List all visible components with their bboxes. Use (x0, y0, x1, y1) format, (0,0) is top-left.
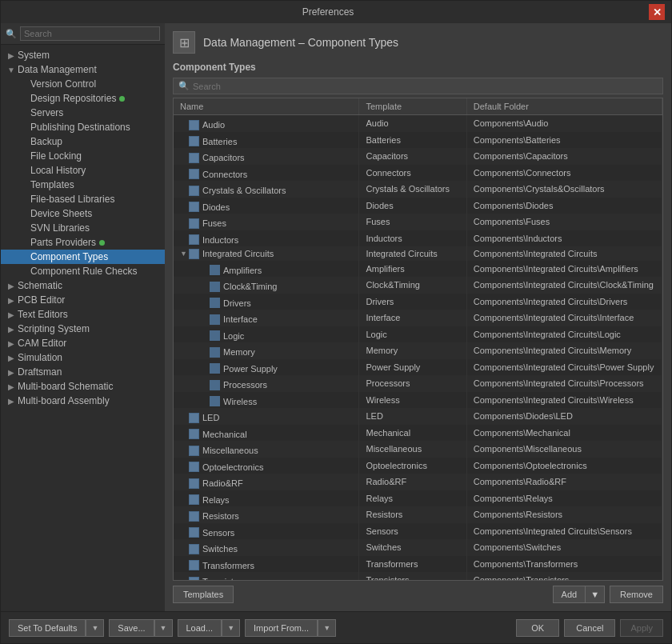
table-search-input[interactable] (193, 82, 658, 91)
sidebar-item-data-management[interactable]: ▼Data Management (1, 62, 165, 77)
cell-name: Switches (174, 539, 359, 556)
table-row[interactable]: Transformers TransformersComponents\Tran… (174, 556, 662, 573)
import-from-button[interactable]: Import From... (245, 619, 318, 637)
ok-button[interactable]: OK (516, 619, 559, 637)
row-name: Logic (223, 331, 244, 341)
cell-name: Audio (174, 115, 359, 132)
sidebar-item-multi-board-assembly[interactable]: ▶Multi-board Assembly (1, 394, 165, 408)
table-row[interactable]: Amplifiers AmplifiersComponents\Integrat… (174, 261, 662, 278)
row-name: Wireless (223, 397, 257, 406)
row-folder-icon (210, 298, 220, 308)
table-row[interactable]: Transistors TransistorsComponents\Transi… (174, 572, 662, 581)
row-name: Integrated Circuits (202, 249, 274, 258)
tree-arrow-system: ▶ (7, 51, 15, 60)
cancel-button[interactable]: Cancel (564, 619, 615, 637)
table-row[interactable]: Batteries BatteriesComponents\Batteries (174, 132, 662, 149)
sidebar-item-templates[interactable]: Templates (1, 178, 165, 192)
row-folder-icon (210, 330, 220, 341)
sidebar-item-schematic[interactable]: ▶Schematic (1, 278, 165, 293)
import-arrow-icon: ▼ (323, 624, 330, 632)
sidebar-item-component-rule-checks[interactable]: Component Rule Checks (1, 264, 165, 278)
table-row[interactable]: Relays RelaysComponents\Relays (174, 490, 662, 507)
table-row[interactable]: Diodes DiodesComponents\Diodes (174, 198, 662, 214)
row-folder-icon (189, 577, 199, 582)
set-to-defaults-button[interactable]: Set To Defaults (9, 619, 86, 637)
cell-folder: Components\Integrated Circuits (466, 246, 662, 261)
save-button[interactable]: Save... (109, 619, 154, 637)
sidebar-item-design-repositories[interactable]: Design Repositories (1, 91, 165, 106)
sidebar-item-cam-editor[interactable]: ▶CAM Editor (1, 336, 165, 350)
table-row[interactable]: Clock&Timing Clock&TimingComponents\Inte… (174, 277, 662, 294)
table-row[interactable]: Resistors ResistorsComponents\Resistors (174, 506, 662, 523)
sidebar-item-multi-board-schematic[interactable]: ▶Multi-board Schematic (1, 379, 165, 394)
sidebar-item-svn-libraries[interactable]: SVN Libraries (1, 221, 165, 235)
table-row[interactable]: Sensors SensorsComponents\Integrated Cir… (174, 523, 662, 540)
table-row[interactable]: Mechanical MechanicalComponents\Mechanic… (174, 425, 662, 442)
cell-template: Integrated Circuits (359, 246, 466, 261)
table-row[interactable]: Crystals & Oscillators Crystals & Oscill… (174, 181, 662, 198)
table-row[interactable]: ▼ Integrated Circuits Integrated Circuit… (174, 246, 662, 261)
close-button[interactable]: ✕ (649, 4, 665, 20)
cell-name: Resistors (174, 506, 359, 523)
sidebar-item-parts-providers[interactable]: Parts Providers (1, 235, 165, 250)
set-arrow-icon: ▼ (91, 624, 98, 632)
row-folder-icon (189, 462, 199, 472)
add-button[interactable]: Add (553, 586, 586, 603)
table-row[interactable]: Drivers DriversComponents\Integrated Cir… (174, 294, 662, 310)
sidebar-label-data-management: Data Management (18, 64, 97, 75)
sidebar-item-component-types[interactable]: Component Types (1, 250, 165, 264)
sidebar-item-system[interactable]: ▶System (1, 48, 165, 62)
sidebar-label-multi-board-schematic: Multi-board Schematic (18, 381, 113, 392)
import-from-arrow[interactable]: ▼ (318, 619, 336, 637)
sidebar-label-local-history: Local History (30, 165, 86, 176)
sidebar-item-version-control[interactable]: Version Control (1, 77, 165, 91)
sidebar-label-schematic: Schematic (18, 280, 62, 291)
sidebar-item-servers[interactable]: Servers (1, 106, 165, 120)
cell-template: Fuses (359, 214, 466, 230)
sidebar-item-simulation[interactable]: ▶Simulation (1, 350, 165, 365)
table-row[interactable]: Logic LogicComponents\Integrated Circuit… (174, 326, 662, 343)
apply-button[interactable]: Apply (620, 619, 663, 637)
sidebar-item-backup[interactable]: Backup (1, 134, 165, 149)
row-folder-icon (189, 249, 199, 259)
table-row[interactable]: Fuses FusesComponents\Fuses (174, 214, 662, 230)
sidebar-item-publishing-destinations[interactable]: Publishing Destinations (1, 120, 165, 134)
row-folder-icon (210, 282, 220, 292)
table-row[interactable]: LED LEDComponents\Diodes\LED (174, 408, 662, 425)
sidebar-item-file-based-libraries[interactable]: File-based Libraries (1, 192, 165, 206)
table-row[interactable]: Capacitors CapacitorsComponents\Capacito… (174, 148, 662, 165)
set-to-defaults-arrow[interactable]: ▼ (86, 619, 104, 637)
table-row[interactable]: Processors ProcessorsComponents\Integrat… (174, 375, 662, 392)
sidebar-item-text-editors[interactable]: ▶Text Editors (1, 307, 165, 322)
sidebar-item-draftsman[interactable]: ▶Draftsman (1, 365, 165, 379)
table-row[interactable]: Switches SwitchesComponents\Switches (174, 539, 662, 556)
cell-folder: Components\Capacitors (466, 148, 662, 165)
remove-button[interactable]: Remove (610, 586, 663, 603)
table-row[interactable]: Power Supply Power SupplyComponents\Inte… (174, 359, 662, 376)
sidebar-item-file-locking[interactable]: File Locking (1, 149, 165, 163)
table-row[interactable]: Optoelectronics OptoelectronicsComponent… (174, 458, 662, 474)
cell-name: Diodes (174, 198, 359, 214)
sidebar-item-scripting-system[interactable]: ▶Scripting System (1, 322, 165, 336)
table-row[interactable]: Inductors InductorsComponents\Inductors (174, 230, 662, 247)
table-row[interactable]: Radio&RF Radio&RFComponents\Radio&RF (174, 474, 662, 490)
sidebar-item-device-sheets[interactable]: Device Sheets (1, 206, 165, 221)
save-arrow[interactable]: ▼ (154, 619, 173, 637)
add-dropdown-button[interactable]: ▼ (585, 586, 605, 603)
table-row[interactable]: Memory MemoryComponents\Integrated Circu… (174, 342, 662, 359)
row-folder-icon (189, 413, 199, 423)
table-row[interactable]: Miscellaneous MiscellaneousComponents\Mi… (174, 441, 662, 458)
load-arrow[interactable]: ▼ (222, 619, 240, 637)
sidebar-item-local-history[interactable]: Local History (1, 163, 165, 178)
sidebar-item-pcb-editor[interactable]: ▶PCB Editor (1, 293, 165, 307)
table-row[interactable]: Interface InterfaceComponents\Integrated… (174, 310, 662, 326)
table-row[interactable]: Wireless WirelessComponents\Integrated C… (174, 392, 662, 409)
load-button[interactable]: Load... (178, 619, 222, 637)
table-row[interactable]: Connectors ConnectorsComponents\Connecto… (174, 165, 662, 182)
cell-name: Miscellaneous (174, 441, 359, 458)
sidebar-search-input[interactable] (20, 26, 160, 41)
cell-name: ▼ Integrated Circuits (174, 246, 359, 261)
templates-button[interactable]: Templates (173, 586, 234, 603)
cell-template: Crystals & Oscillators (359, 181, 466, 198)
table-row[interactable]: Audio AudioComponents\Audio (174, 115, 662, 132)
